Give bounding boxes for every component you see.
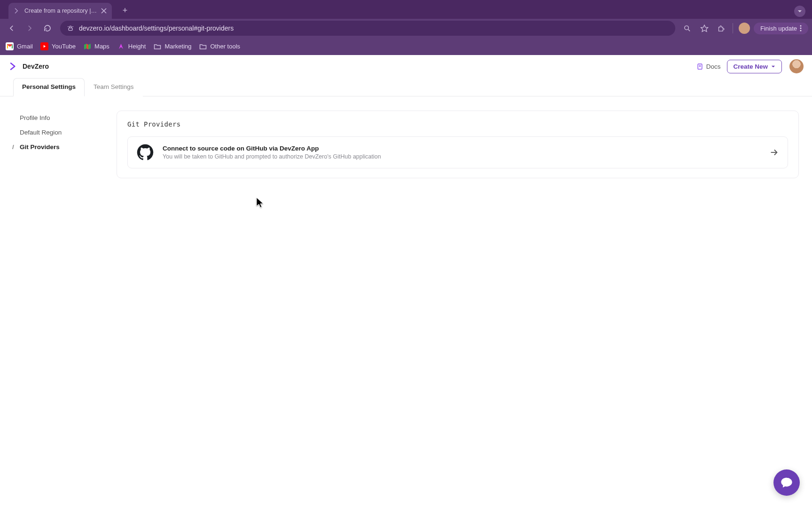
url-text: devzero.io/dashboard/settings/personal#g… [79,24,234,32]
chevron-down-icon [771,64,776,69]
extensions-icon[interactable] [714,21,729,36]
provider-subtitle: You will be taken to GitHub and prompted… [163,153,760,160]
github-connect-card[interactable]: Connect to source code on GitHub via Dev… [127,136,788,168]
tabs-dropdown-icon[interactable] [794,6,805,17]
folder-icon [153,42,161,50]
svg-point-7 [800,30,802,32]
profile-avatar-sm[interactable] [737,21,752,36]
devzero-logo-icon[interactable] [8,62,18,71]
chat-widget-button[interactable] [773,469,800,496]
docs-link[interactable]: Docs [696,63,721,70]
bookmark-label: Other tools [211,43,241,50]
create-new-label: Create New [733,63,768,70]
user-avatar[interactable] [789,59,804,73]
bookmark-label: YouTube [52,43,76,50]
bookmark-marketing[interactable]: Marketing [153,42,191,50]
back-button[interactable] [4,20,20,36]
bookmark-other-tools[interactable]: Other tools [199,42,241,50]
finish-update-button[interactable]: Finish update [754,23,808,34]
tab-close-icon[interactable] [101,8,107,14]
tab-personal-settings[interactable]: Personal Settings [13,78,85,96]
bookmark-youtube[interactable]: YouTube [40,42,76,50]
bookmark-maps[interactable]: Maps [83,42,109,50]
sidebar-item-label: Git Providers [20,143,60,151]
svg-marker-8 [44,45,46,48]
docs-label: Docs [706,63,721,70]
sidebar-item-git-providers[interactable]: Git Providers [13,140,107,154]
new-tab-button[interactable]: + [118,4,132,17]
brand-name[interactable]: DevZero [23,63,49,70]
gmail-icon [6,42,14,50]
svg-point-3 [685,25,689,30]
tab-label: Personal Settings [22,83,76,90]
avatar-icon [739,23,750,34]
height-icon [117,42,125,50]
sidebar-item-label: Default Region [20,129,62,136]
svg-rect-0 [69,28,72,30]
site-info-icon[interactable] [67,24,74,32]
arrow-right-icon [769,147,779,158]
app-header: DevZero Docs Create New [0,55,812,78]
folder-icon [199,42,207,50]
address-bar: devzero.io/dashboard/settings/personal#g… [0,19,812,38]
svg-marker-4 [701,25,708,32]
youtube-icon [40,42,48,50]
sidebar-item-label: Profile Info [20,114,50,121]
maps-icon [83,42,91,50]
divider [733,23,733,33]
provider-title: Connect to source code on GitHub via Dev… [163,145,760,152]
sidebar-item-default-region[interactable]: Default Region [13,125,107,140]
docs-icon [696,63,703,70]
finish-update-label: Finish update [760,25,797,32]
more-vert-icon [800,25,802,32]
bookmark-label: Marketing [164,43,191,50]
tab-label: Team Settings [94,83,134,90]
provider-text: Connect to source code on GitHub via Dev… [163,145,760,160]
bookmarks-bar: Gmail YouTube Maps Height Marketing [0,38,812,55]
url-input[interactable]: devzero.io/dashboard/settings/personal#g… [60,21,675,36]
zoom-icon[interactable] [680,21,695,36]
tab-bar: Create from a repository | De + [0,0,812,19]
mouse-cursor-icon [256,197,265,209]
svg-point-6 [800,28,802,29]
content-area: Profile Info Default Region Git Provider… [0,96,812,192]
address-actions: Finish update [680,21,808,36]
bookmark-height[interactable]: Height [117,42,146,50]
github-icon [136,143,154,161]
tab-team-settings[interactable]: Team Settings [85,78,143,96]
tab-favicon-icon [13,7,21,15]
browser-chrome: Create from a repository | De + devzero.… [0,0,812,55]
bookmark-gmail[interactable]: Gmail [6,42,33,50]
create-new-button[interactable]: Create New [727,60,782,73]
bookmark-label: Height [128,43,146,50]
svg-point-5 [800,25,802,27]
chat-icon [780,476,793,489]
bookmark-label: Gmail [17,43,33,50]
reload-button[interactable] [39,20,55,36]
panel-title: Git Providers [127,120,788,128]
tab-title: Create from a repository | De [24,8,97,14]
settings-tabs: Personal Settings Team Settings [0,78,812,96]
settings-sidebar: Profile Info Default Region Git Provider… [13,111,107,178]
git-providers-panel: Git Providers Connect to source code on … [117,111,799,178]
sidebar-item-profile-info[interactable]: Profile Info [13,111,107,125]
browser-tab[interactable]: Create from a repository | De [8,3,112,19]
forward-button[interactable] [22,20,38,36]
bookmark-star-icon[interactable] [697,21,712,36]
bookmark-label: Maps [94,43,109,50]
